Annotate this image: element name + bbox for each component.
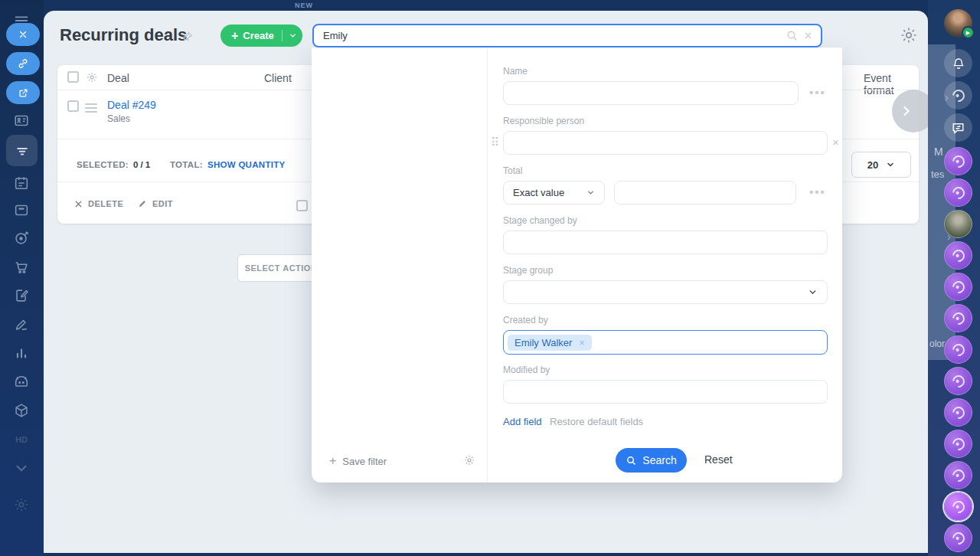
filter-input-stage-changed[interactable] — [503, 231, 828, 254]
create-button[interactable]: + Create — [220, 25, 302, 47]
select-all-checkbox[interactable] — [67, 71, 79, 83]
storage-icon[interactable] — [13, 201, 30, 218]
filter-funnel-icon[interactable] — [6, 135, 38, 166]
selected-label: SELECTED: — [77, 160, 129, 169]
filter-field-label-name: Name — [503, 66, 528, 77]
background-text-fragment: M — [934, 146, 943, 158]
save-filter-button[interactable]: + Save filter — [329, 454, 387, 468]
chat-avatar-item[interactable] — [944, 178, 972, 207]
show-quantity-link[interactable]: SHOW QUANTITY — [207, 160, 286, 169]
more-options-icon[interactable]: ••• — [809, 86, 826, 99]
restore-defaults-link[interactable]: Restore default fields — [550, 416, 643, 427]
document-edit-icon[interactable] — [13, 287, 30, 304]
messenger-button[interactable] — [944, 81, 972, 110]
user-avatar[interactable]: ▶ — [944, 9, 972, 38]
left-sidebar: HD — [0, 0, 44, 556]
chat-avatar-item[interactable] — [944, 367, 972, 395]
chevron-down-icon — [586, 188, 595, 197]
remove-field-icon[interactable]: × — [832, 136, 839, 149]
plus-icon: + — [231, 30, 238, 42]
column-header-deal[interactable]: Deal — [107, 72, 129, 84]
created-by-tag[interactable]: Emily Walker × — [508, 335, 592, 351]
filter-settings-gear-icon[interactable] — [463, 454, 475, 466]
more-options-icon[interactable]: ••• — [809, 185, 826, 198]
chevron-down-icon[interactable] — [13, 460, 30, 476]
play-badge-icon: ▶ — [962, 26, 975, 39]
total-label: TOTAL: — [170, 160, 203, 169]
bell-icon — [952, 57, 965, 70]
row-checkbox[interactable] — [67, 100, 79, 112]
filter-field-label-stage-changed: Stage changed by — [503, 215, 577, 226]
notifications-bell-button[interactable] — [944, 49, 972, 77]
chat-avatar-photo[interactable] — [944, 210, 972, 238]
open-lines-chat-button[interactable] — [944, 113, 972, 142]
close-panel-button[interactable] — [6, 23, 40, 46]
chat-avatar-item[interactable] — [944, 273, 972, 301]
background-text-fragment: olor — [929, 339, 945, 349]
filter-field-label-created-by: Created by — [503, 315, 548, 325]
chevron-down-icon — [886, 160, 895, 169]
search-input[interactable] — [314, 30, 786, 41]
settings-gear-icon[interactable] — [900, 26, 918, 44]
column-header-client[interactable]: Client — [264, 72, 292, 84]
copy-link-button[interactable] — [6, 52, 40, 75]
filter-input-modified-by[interactable] — [503, 380, 828, 404]
chat-avatar-item[interactable] — [944, 524, 972, 552]
records-per-page-dropdown[interactable]: 20 — [851, 152, 911, 178]
crm-target-icon[interactable] — [13, 230, 30, 247]
filter-search-button[interactable]: Search — [616, 448, 687, 473]
close-icon — [18, 29, 28, 40]
chat-avatar-item[interactable] — [944, 147, 972, 175]
search-bar[interactable] — [312, 24, 822, 47]
pencil-icon — [138, 199, 147, 208]
page-title: Recurring deals — [60, 25, 187, 45]
planner-icon[interactable] — [13, 175, 30, 191]
chat-avatar-item[interactable] — [944, 304, 972, 332]
field-drag-handle-icon[interactable]: ⠿ — [491, 136, 499, 149]
external-link-icon — [18, 87, 29, 99]
add-field-link[interactable]: Add field — [503, 416, 542, 427]
chat-avatar-item[interactable] — [944, 398, 972, 427]
bar-chart-icon[interactable] — [13, 345, 30, 361]
row-drag-handle-icon[interactable] — [85, 101, 97, 115]
filter-input-responsible[interactable] — [503, 131, 828, 155]
bottom-strip — [44, 553, 928, 556]
cube-icon[interactable] — [13, 402, 30, 419]
top-strip — [44, 0, 928, 11]
grid-settings-gear-icon[interactable] — [86, 71, 98, 83]
delete-button[interactable]: DELETE — [74, 199, 123, 208]
chat-avatar-item[interactable] — [944, 430, 972, 458]
search-icon[interactable] — [786, 29, 799, 42]
filter-input-name[interactable] — [503, 81, 799, 105]
hd-label[interactable]: HD — [13, 431, 30, 448]
sidebar-gear-icon[interactable] — [13, 496, 30, 513]
deal-link[interactable]: Deal #249 — [107, 99, 156, 111]
clear-search-icon[interactable] — [803, 31, 813, 41]
right-sidebar: › › M tes olor ▶ — [928, 0, 980, 556]
chat-avatar-item[interactable] — [944, 335, 972, 364]
filter-field-label-responsible: Responsible person — [503, 116, 584, 126]
contact-card-icon[interactable] — [13, 112, 30, 129]
chat-avatar-item[interactable] — [944, 241, 972, 270]
deal-subtitle: Sales — [107, 113, 156, 124]
total-operator-dropdown[interactable]: Exact value — [503, 181, 605, 204]
filter-input-total[interactable] — [614, 181, 796, 204]
x-icon — [74, 200, 83, 208]
chat-avatar-item[interactable] — [944, 461, 972, 489]
mailbox-icon[interactable] — [13, 374, 30, 391]
filter-reset-button[interactable]: Reset — [704, 453, 733, 466]
pin-icon[interactable] — [181, 31, 194, 43]
cart-icon[interactable] — [13, 259, 30, 276]
new-badge: NEW — [295, 2, 313, 9]
chat-avatar-item-active[interactable] — [944, 492, 972, 521]
link-icon — [17, 57, 29, 70]
create-button-label: Create — [243, 30, 273, 41]
sign-pen-icon[interactable] — [13, 316, 30, 333]
edit-button[interactable]: EDIT — [138, 199, 173, 208]
remove-tag-icon[interactable]: × — [579, 337, 585, 348]
stage-group-dropdown[interactable] — [503, 280, 828, 304]
create-button-divider — [282, 30, 283, 41]
selected-value: 0 / 1 — [133, 160, 150, 169]
filter-input-created-by[interactable]: Emily Walker × — [503, 330, 828, 355]
open-external-button[interactable] — [6, 81, 40, 104]
